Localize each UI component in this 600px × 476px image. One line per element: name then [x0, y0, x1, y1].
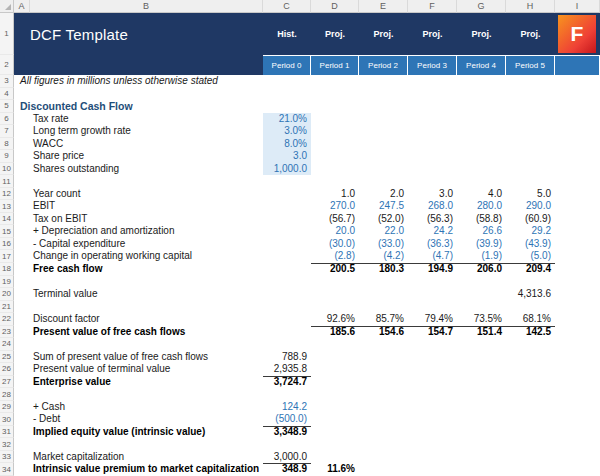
cell-D15[interactable]: 20.0: [311, 225, 359, 238]
cell-E23[interactable]: 154.6: [359, 326, 408, 339]
cell-C7[interactable]: 3.0%: [263, 125, 311, 138]
cell-H18[interactable]: 209.4: [506, 263, 555, 276]
cell-C26[interactable]: 2,935.8: [263, 363, 311, 376]
cell-C33[interactable]: 3,000.0: [263, 451, 311, 464]
cell-G12[interactable]: 4.0: [457, 188, 506, 201]
row-header-32[interactable]: 32: [0, 438, 14, 451]
cell-G18[interactable]: 206.0: [457, 263, 506, 276]
cell-H16[interactable]: (43.9): [506, 238, 555, 251]
row-header-20[interactable]: 20: [0, 288, 14, 301]
row-30-label[interactable]: - Debt: [33, 413, 60, 426]
cell-C9[interactable]: 3.0: [263, 150, 311, 163]
row-13-label[interactable]: EBIT: [33, 200, 55, 213]
row-25-label[interactable]: Sum of present value of free cash flows: [33, 351, 208, 364]
cell-E14[interactable]: (52.0): [359, 213, 408, 226]
row-header-4[interactable]: 4: [0, 88, 14, 101]
cell-D17[interactable]: (2.8): [311, 250, 359, 263]
row-20-label[interactable]: Terminal value: [33, 288, 97, 301]
cell-G15[interactable]: 26.6: [457, 225, 506, 238]
row-header-6[interactable]: 6: [0, 113, 14, 126]
cell-G23[interactable]: 151.4: [457, 326, 506, 339]
cell-G17[interactable]: (1.9): [457, 250, 506, 263]
column-header-F[interactable]: F: [408, 0, 457, 13]
row-header-26[interactable]: 26: [0, 363, 14, 376]
row-27-label[interactable]: Enterprise value: [33, 376, 111, 389]
row-34-label[interactable]: Intrinsic value premium to market capita…: [33, 463, 259, 476]
row-14-label[interactable]: Tax on EBIT: [33, 213, 87, 226]
column-header-D[interactable]: D: [311, 0, 359, 13]
cell-D13[interactable]: 270.0: [311, 200, 359, 213]
cell-D34[interactable]: 11.6%: [311, 463, 359, 476]
column-header-I[interactable]: I: [555, 0, 600, 13]
cell-E13[interactable]: 247.5: [359, 200, 408, 213]
column-header-G[interactable]: G: [457, 0, 506, 13]
cell-D12[interactable]: 1.0: [311, 188, 359, 201]
row-33-label[interactable]: Market capitalization: [33, 451, 124, 464]
row-header-19[interactable]: 19: [0, 276, 14, 289]
cell-H14[interactable]: (60.9): [506, 213, 555, 226]
row-header-29[interactable]: 29: [0, 401, 14, 414]
row-header-2[interactable]: 2: [0, 55, 14, 75]
cell-F23[interactable]: 154.7: [408, 326, 457, 339]
row-12-label[interactable]: Year count: [33, 188, 80, 201]
row-header-24[interactable]: 24: [0, 338, 14, 351]
cell-D18[interactable]: 200.5: [311, 263, 359, 276]
cell-F18[interactable]: 194.9: [408, 263, 457, 276]
row-header-31[interactable]: 31: [0, 426, 14, 439]
cell-H23[interactable]: 142.5: [506, 326, 555, 339]
cell-D14[interactable]: (56.7): [311, 213, 359, 226]
row-29-label[interactable]: + Cash: [33, 401, 65, 414]
row-header-9[interactable]: 9: [0, 150, 14, 163]
cell-E17[interactable]: (4.2): [359, 250, 408, 263]
row-header-34[interactable]: 34: [0, 463, 14, 476]
cell-D23[interactable]: 185.6: [311, 326, 359, 339]
cell-E12[interactable]: 2.0: [359, 188, 408, 201]
cell-F15[interactable]: 24.2: [408, 225, 457, 238]
cell-E18[interactable]: 180.3: [359, 263, 408, 276]
row-26-label[interactable]: Present value of terminal value: [33, 363, 170, 376]
cell-E15[interactable]: 22.0: [359, 225, 408, 238]
select-all-corner[interactable]: [0, 0, 14, 13]
row-header-14[interactable]: 14: [0, 213, 14, 226]
cell-H20[interactable]: 4,313.6: [506, 288, 555, 301]
row-header-30[interactable]: 30: [0, 413, 14, 426]
row-header-25[interactable]: 25: [0, 351, 14, 364]
cell-C6[interactable]: 21.0%: [263, 113, 311, 126]
cell-H22[interactable]: 68.1%: [506, 313, 555, 326]
row-7-label[interactable]: Long term growth rate: [33, 125, 131, 138]
row-header-13[interactable]: 13: [0, 200, 14, 213]
row-header-33[interactable]: 33: [0, 451, 14, 464]
row-8-label[interactable]: WACC: [33, 138, 63, 151]
row-header-17[interactable]: 17: [0, 250, 14, 263]
cell-H17[interactable]: (5.0): [506, 250, 555, 263]
cell-H12[interactable]: 5.0: [506, 188, 555, 201]
row-header-16[interactable]: 16: [0, 238, 14, 251]
row-header-11[interactable]: 11: [0, 175, 14, 188]
row-15-label[interactable]: + Depreciation and amortization: [33, 225, 174, 238]
row-header-18[interactable]: 18: [0, 263, 14, 276]
cell-C29[interactable]: 124.2: [263, 401, 311, 414]
row-17-label[interactable]: Change in operating working capital: [33, 250, 192, 263]
row-16-label[interactable]: - Capital expenditure: [33, 238, 125, 251]
row-header-21[interactable]: 21: [0, 301, 14, 314]
cell-C31[interactable]: 3,348.9: [263, 426, 311, 439]
cell-D22[interactable]: 92.6%: [311, 313, 359, 326]
cell-C10[interactable]: 1,000.0: [263, 163, 311, 176]
column-header-E[interactable]: E: [359, 0, 408, 13]
column-header-B[interactable]: B: [30, 0, 263, 13]
row-9-label[interactable]: Share price: [33, 150, 84, 163]
row-18-label[interactable]: Free cash flow: [33, 263, 102, 276]
row-header-22[interactable]: 22: [0, 313, 14, 326]
row-header-12[interactable]: 12: [0, 188, 14, 201]
cell-E16[interactable]: (33.0): [359, 238, 408, 251]
cell-H15[interactable]: 29.2: [506, 225, 555, 238]
cell-F22[interactable]: 79.4%: [408, 313, 457, 326]
row-header-10[interactable]: 10: [0, 163, 14, 176]
row-header-23[interactable]: 23: [0, 326, 14, 339]
cell-G13[interactable]: 280.0: [457, 200, 506, 213]
row-header-7[interactable]: 7: [0, 125, 14, 138]
cell-F12[interactable]: 3.0: [408, 188, 457, 201]
row-23-label[interactable]: Present value of free cash flows: [33, 326, 185, 339]
cell-D16[interactable]: (30.0): [311, 238, 359, 251]
cell-C34[interactable]: 348.9: [263, 463, 311, 476]
